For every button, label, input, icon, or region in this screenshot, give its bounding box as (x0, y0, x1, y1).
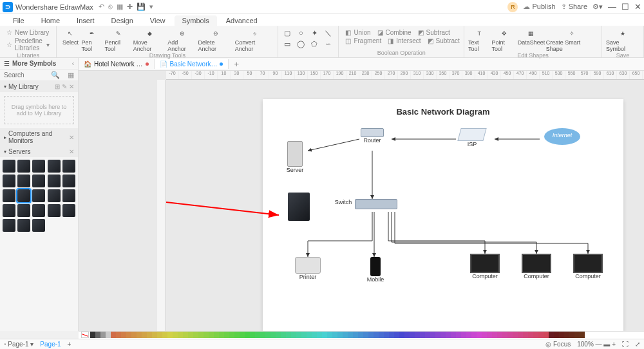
node-server[interactable]: Server (276, 141, 314, 173)
maximize-icon[interactable]: ☐ (621, 2, 629, 12)
move-anchor[interactable]: ◆Move Anchor (133, 28, 166, 52)
doc-tab-1[interactable]: 🏠Hotel Network … (79, 59, 155, 69)
node-mobile[interactable]: Mobile (363, 257, 388, 283)
cat-servers[interactable]: ▾Servers✕ (0, 146, 78, 157)
symbol-item[interactable] (3, 219, 15, 232)
zoom-control[interactable]: 100% — ▬ + (577, 341, 616, 348)
publish-link[interactable]: ☁ Publish (523, 3, 555, 11)
text-tool[interactable]: TText Tool (468, 28, 491, 52)
fit-button[interactable]: ⛶ (622, 341, 629, 348)
pencil-tool[interactable]: ✎Pencil Tool (104, 28, 131, 52)
tab-design[interactable]: Design (104, 15, 141, 26)
symbol-grid (0, 157, 78, 234)
drop-zone[interactable]: Drag symbols here to add to My Library (4, 96, 74, 124)
tab-view[interactable]: View (142, 15, 173, 26)
focus-mode[interactable]: ◎ Focus (545, 341, 571, 348)
symbol-item-selected[interactable] (17, 189, 30, 202)
symbol-item[interactable] (17, 160, 30, 173)
add-tab-button[interactable]: + (229, 58, 244, 70)
add-anchor[interactable]: ⊕Add Anchor (167, 28, 196, 52)
symbol-item[interactable] (48, 189, 61, 202)
share-link[interactable]: ⇪ Share (561, 3, 587, 11)
symbol-item[interactable] (62, 189, 75, 202)
symbol-item[interactable] (62, 204, 75, 217)
user-avatar[interactable]: R (507, 2, 518, 12)
symbol-item[interactable] (32, 204, 45, 217)
fullscreen-button[interactable]: ⤢ (635, 341, 640, 348)
search-icon[interactable]: 🔍 (47, 71, 64, 79)
node-internet[interactable]: Internet (540, 125, 585, 148)
select-tool[interactable]: ↖Select (61, 28, 80, 46)
convert-anchor[interactable]: ⟐Convert Anchor (235, 28, 274, 52)
save-icon[interactable]: 💾 (137, 3, 146, 11)
symbol-item[interactable] (32, 189, 45, 202)
save-symbol-button[interactable]: ★Save Symbol (606, 28, 639, 52)
redo-icon[interactable]: ⎋ (108, 3, 113, 11)
tab-advanced[interactable]: Advanced (218, 15, 265, 26)
symbol-item[interactable] (3, 160, 15, 173)
symbol-item[interactable] (32, 219, 45, 232)
settings-icon[interactable]: ⚙▾ (592, 3, 603, 11)
search-input[interactable] (0, 70, 47, 80)
tab-symbols[interactable]: Symbols (175, 15, 217, 26)
node-computer-1[interactable]: Computer (462, 254, 507, 279)
symbol-item[interactable] (48, 160, 61, 173)
minimize-icon[interactable]: — (608, 2, 616, 12)
symbol-item[interactable] (17, 174, 30, 187)
delete-anchor[interactable]: ⊖Delete Anchor (198, 28, 234, 52)
predefine-libraries-button[interactable]: ☆ Predefine Libraries▾ (4, 37, 52, 52)
node-money-server[interactable] (282, 193, 316, 221)
node-computer-3[interactable]: Computer (565, 254, 611, 279)
more-qat-icon[interactable]: ▾ (149, 3, 153, 11)
node-switch[interactable] (355, 199, 400, 209)
tab-home[interactable]: Home (33, 15, 68, 26)
union-button[interactable]: ◧ Union (343, 28, 373, 37)
subtract-button[interactable]: ◩ Subtract (415, 28, 453, 37)
filter-icon[interactable]: ▦ (64, 71, 78, 79)
tab-file[interactable]: File (5, 15, 32, 26)
shape-grid[interactable]: ▢○✦＼ ▭◯⬠∽ (282, 28, 334, 48)
page-indicator[interactable]: ▫ Page-1 ▾ (4, 341, 33, 348)
symbol-item[interactable] (17, 204, 30, 217)
add-page-button[interactable]: + (68, 341, 71, 348)
symbol-item[interactable] (62, 160, 75, 173)
subtract2-button[interactable]: ◩ Subtract (425, 37, 462, 45)
symbol-item[interactable] (3, 204, 15, 217)
cat-computers[interactable]: ▸Computers and Monitors✕ (0, 128, 78, 146)
combine-button[interactable]: ◪ Combine (375, 28, 414, 37)
new-library-button[interactable]: ☆ New Library (4, 28, 52, 37)
pen-tool[interactable]: ✒Pen Tool (81, 28, 103, 52)
canvas[interactable]: Basic Network Diagram (166, 80, 644, 349)
color-bar[interactable] (79, 331, 644, 339)
ribbon: ☆ New Library ☆ Predefine Libraries▾ Lib… (0, 26, 644, 58)
more-symbols-button[interactable]: ☰ More Symbols‹ (0, 58, 78, 70)
symbol-item[interactable] (17, 219, 30, 232)
point-tool[interactable]: ✥Point Tool (492, 28, 517, 52)
undo-icon[interactable]: ↶ (99, 3, 104, 11)
page-label[interactable]: Page-1 (40, 341, 61, 348)
tile-icon[interactable]: ▦ (117, 3, 123, 11)
symbol-item[interactable] (48, 174, 61, 187)
smart-shape-button[interactable]: ✧Create Smart Shape (546, 28, 598, 52)
document-tabs: 🏠Hotel Network … 📄Basic Network… + (0, 58, 644, 71)
node-computer-2[interactable]: Computer (514, 254, 559, 279)
node-printer[interactable]: Printer (289, 257, 327, 280)
tab-insert[interactable]: Insert (69, 15, 102, 26)
no-color[interactable] (81, 332, 89, 338)
datasheet-button[interactable]: ▦DataSheet (518, 28, 545, 46)
symbol-item[interactable] (62, 174, 75, 187)
my-library-section[interactable]: ▾My Library⊞ ✎ ✕ (0, 81, 78, 92)
symbol-item[interactable] (3, 189, 15, 202)
symbol-item[interactable] (32, 174, 45, 187)
doc-tab-2[interactable]: 📄Basic Network… (155, 59, 229, 69)
symbol-item[interactable] (3, 174, 15, 187)
intersect-button[interactable]: ◨ Intersect (385, 37, 423, 45)
symbol-item[interactable] (32, 160, 45, 173)
menu-tabs: File Home Insert Design View Symbols Adv… (0, 14, 644, 26)
symbol-item[interactable] (48, 204, 61, 217)
new-icon[interactable]: ✚ (127, 3, 133, 11)
node-router[interactable]: Router (356, 128, 388, 144)
close-icon[interactable]: ✕ (634, 2, 641, 12)
fragment-button[interactable]: ◫ Fragment (343, 37, 384, 45)
node-isp[interactable]: ISP (456, 128, 488, 147)
